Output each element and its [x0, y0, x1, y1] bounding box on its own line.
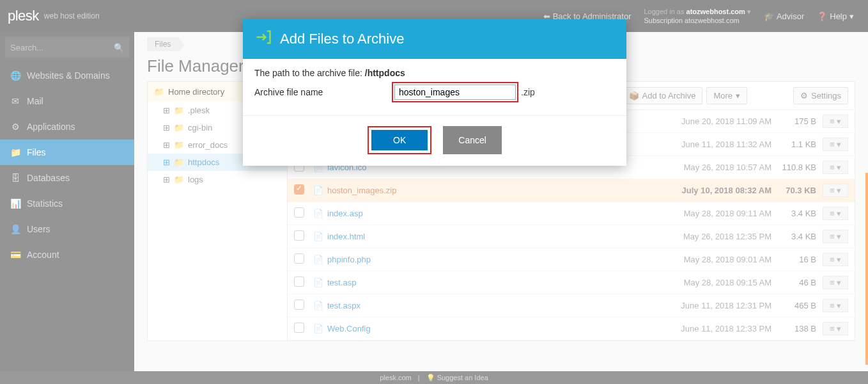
- archive-name-highlight: [392, 82, 518, 102]
- modal-title: Add Files to Archive: [280, 31, 404, 47]
- archive-name-input[interactable]: [394, 84, 516, 100]
- archive-name-label: Archive file name: [254, 87, 392, 97]
- archive-path-value: /httpdocs: [365, 68, 405, 78]
- ok-button[interactable]: OK: [371, 130, 428, 150]
- ok-highlight: OK: [368, 126, 431, 154]
- archive-path-label: The path to the archive file:: [254, 68, 362, 78]
- archive-extension: .zip: [521, 87, 535, 97]
- archive-export-icon: [254, 28, 272, 50]
- cancel-button[interactable]: Cancel: [443, 126, 502, 154]
- modal-header: Add Files to Archive: [243, 19, 626, 59]
- add-archive-modal: Add Files to Archive The path to the arc…: [243, 19, 626, 166]
